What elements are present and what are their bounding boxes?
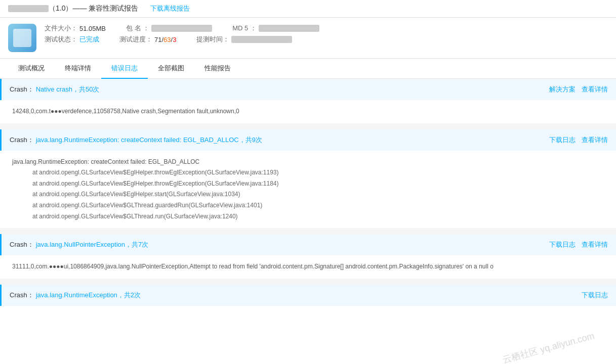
download-log-link-3[interactable]: 下载日志 xyxy=(549,240,576,249)
md5-label: MD 5 ： xyxy=(232,24,257,33)
solution-link-1[interactable]: 解决方案 xyxy=(549,85,576,94)
crash-section-1: Crash： Native crash，共50次 解决方案 查看详情 14248… xyxy=(0,79,616,123)
progress-3: 3 xyxy=(173,36,176,43)
md5-value xyxy=(259,25,319,32)
crash-section-2: Crash： java.lang.RuntimeException: creat… xyxy=(0,129,616,229)
crash-label-3: Crash： xyxy=(10,240,34,249)
tab-screenshots[interactable]: 全部截图 xyxy=(148,59,194,79)
crash-label-4: Crash： xyxy=(10,291,34,300)
stack-line-2-3: at android.opengl.GLSurfaceView$EglHelpe… xyxy=(12,189,604,200)
progress-item: 测试进度： 71/63/3 xyxy=(119,35,176,44)
divider-3 xyxy=(0,281,616,285)
crash-header-3: Crash： java.lang.NullPointerException，共7… xyxy=(0,234,616,255)
crash-title-4: Crash： java.lang.RuntimeException，共2次 xyxy=(10,291,141,300)
file-size-value: 51.05MB xyxy=(79,25,106,32)
tab-overview[interactable]: 测试概况 xyxy=(8,59,55,79)
submit-time-label: 提测时间： xyxy=(196,35,229,44)
status-item: 测试状态： 已完成 xyxy=(45,35,99,44)
submit-time-value xyxy=(231,36,292,43)
crash-body-3: 31111,0,com.●●●●ui,1086864909,java.lang.… xyxy=(0,255,616,279)
header-title: （1.0）—— 兼容性测试报告 xyxy=(49,4,138,13)
md5-item: MD 5 ： xyxy=(232,24,319,33)
crash-header-1: Crash： Native crash，共50次 解决方案 查看详情 xyxy=(0,79,616,100)
app-meta-row-2: 测试状态： 已完成 测试进度： 71/63/3 提测时间： xyxy=(45,35,608,44)
crash-label-2: Crash： xyxy=(10,135,34,145)
progress-label: 测试进度： xyxy=(119,35,152,44)
package-item: 包 名 ： xyxy=(126,24,212,33)
stack-line-2-5: at android.opengl.GLSurfaceView$GLThread… xyxy=(12,211,604,222)
crash-detail-1: 14248,0,com.t●●●verdefence,11058758,Nati… xyxy=(12,108,239,115)
download-log-link-2[interactable]: 下载日志 xyxy=(549,135,576,145)
progress-63: 63 xyxy=(163,36,171,43)
stack-line-2-4: at android.opengl.GLSurfaceView$GLThread… xyxy=(12,200,604,211)
crash-actions-2: 下载日志 查看详情 xyxy=(549,135,608,145)
crash-actions-3: 下载日志 查看详情 xyxy=(549,240,608,249)
stack-line-2-1: at android.opengl.GLSurfaceView$EglHelpe… xyxy=(12,167,604,178)
crash-actions-4: 下载日志 xyxy=(582,291,608,300)
package-label: 包 名 ： xyxy=(126,24,149,33)
crash-name-1: Native crash，共50次 xyxy=(36,85,100,94)
crash-body-1: 14248,0,com.t●●●verdefence,11058758,Nati… xyxy=(0,100,616,123)
tab-terminal[interactable]: 终端详情 xyxy=(55,59,101,79)
crash-section-4: Crash： java.lang.RuntimeException，共2次 下载… xyxy=(0,285,616,306)
crash-title-2: Crash： java.lang.RuntimeException: creat… xyxy=(10,135,262,145)
app-meta: 文件大小： 51.05MB 包 名 ： MD 5 ： 测试状态： 已完成 测试进… xyxy=(45,24,608,46)
crash-name-4: java.lang.RuntimeException，共2次 xyxy=(36,291,141,300)
tab-bar: 测试概况 终端详情 错误日志 全部截图 性能报告 xyxy=(0,59,616,79)
app-icon-inner xyxy=(13,29,31,47)
header-bar: （1.0）—— 兼容性测试报告 下载离线报告 xyxy=(0,0,616,18)
download-offline-report-link[interactable]: 下载离线报告 xyxy=(150,4,190,13)
crash-name-2: java.lang.RuntimeException: createContex… xyxy=(36,135,262,145)
crash-actions-1: 解决方案 查看详情 xyxy=(549,85,608,94)
file-size-item: 文件大小： 51.05MB xyxy=(45,24,106,33)
download-log-link-4[interactable]: 下载日志 xyxy=(582,291,608,300)
crash-label-1: Crash： xyxy=(10,85,34,94)
crash-section-3: Crash： java.lang.NullPointerException，共7… xyxy=(0,234,616,279)
app-name-redacted xyxy=(8,5,49,12)
divider-2 xyxy=(0,230,616,234)
crash-body-2: java.lang.RuntimeException: createContex… xyxy=(0,151,616,229)
tab-performance[interactable]: 性能报告 xyxy=(194,59,241,79)
progress-71: 71 xyxy=(154,36,161,43)
app-icon xyxy=(8,24,36,52)
detail-link-1[interactable]: 查看详情 xyxy=(582,85,608,94)
status-value: 已完成 xyxy=(79,35,99,44)
file-size-label: 文件大小： xyxy=(45,24,77,33)
detail-link-2[interactable]: 查看详情 xyxy=(582,135,608,145)
crash-name-3: java.lang.NullPointerException，共7次 xyxy=(36,240,149,249)
crash-detail-3: 31111,0,com.●●●●ui,1086864909,java.lang.… xyxy=(12,263,494,270)
progress-value: 71/63/3 xyxy=(154,36,176,43)
stack-line-2-2: at android.opengl.GLSurfaceView$EglHelpe… xyxy=(12,178,604,190)
tab-error-log[interactable]: 错误日志 xyxy=(101,59,148,79)
crash-header-4: Crash： java.lang.RuntimeException，共2次 下载… xyxy=(0,285,616,306)
content-area: Crash： Native crash，共50次 解决方案 查看详情 14248… xyxy=(0,79,616,306)
crash-main-line-2: java.lang.RuntimeException: createContex… xyxy=(12,158,199,165)
crash-header-2: Crash： java.lang.RuntimeException: creat… xyxy=(0,129,616,151)
app-meta-row-1: 文件大小： 51.05MB 包 名 ： MD 5 ： xyxy=(45,24,608,33)
crash-title-1: Crash： Native crash，共50次 xyxy=(10,85,99,94)
submit-time-item: 提测时间： xyxy=(196,35,292,44)
detail-link-3[interactable]: 查看详情 xyxy=(582,240,608,249)
divider-1 xyxy=(0,125,616,129)
status-label: 测试状态： xyxy=(45,35,77,44)
crash-title-3: Crash： java.lang.NullPointerException，共7… xyxy=(10,240,148,249)
app-info-section: 文件大小： 51.05MB 包 名 ： MD 5 ： 测试状态： 已完成 测试进… xyxy=(0,18,616,59)
package-value xyxy=(151,25,212,32)
